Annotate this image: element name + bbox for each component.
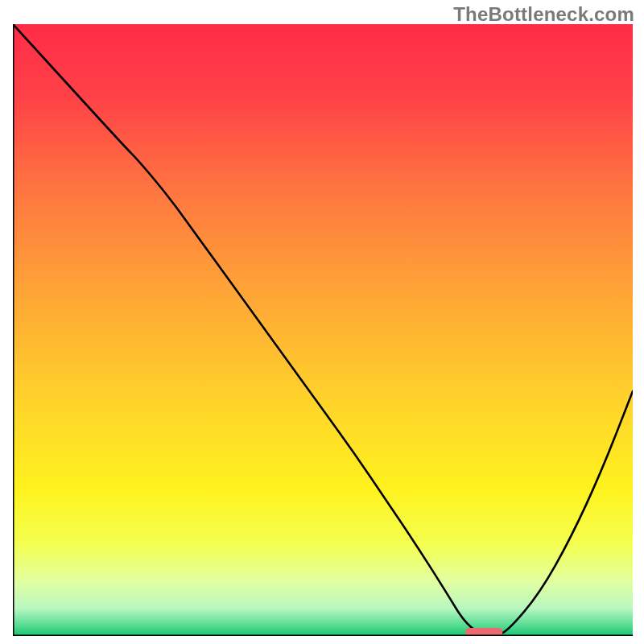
bottleneck-chart xyxy=(13,24,633,636)
plot-area xyxy=(13,24,633,636)
watermark-text: TheBottleneck.com xyxy=(453,3,634,26)
gradient-background xyxy=(13,24,633,636)
